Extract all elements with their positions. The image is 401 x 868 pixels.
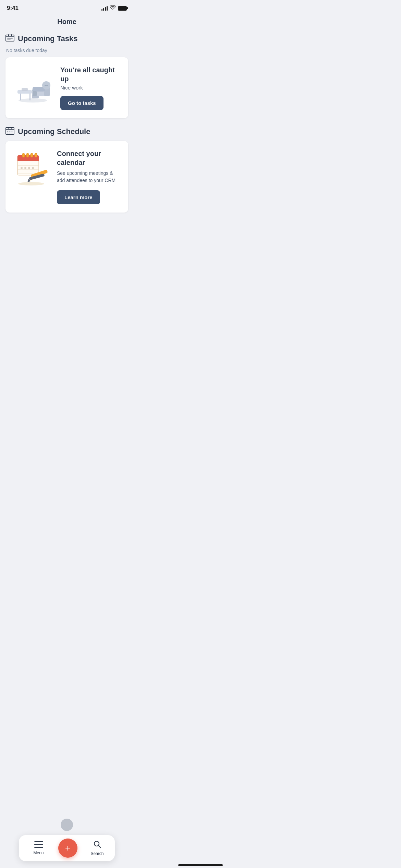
tasks-illustration	[12, 71, 53, 105]
svg-rect-3	[7, 38, 13, 39]
wifi-icon	[110, 5, 116, 11]
svg-point-21	[8, 131, 8, 132]
svg-point-23	[12, 131, 12, 132]
page-title: Home	[7, 18, 127, 26]
svg-point-41	[32, 167, 34, 169]
svg-rect-34	[35, 153, 37, 157]
svg-point-22	[10, 131, 10, 132]
status-bar: 9:41	[0, 0, 134, 14]
schedule-connect-heading: Connect your calendar	[57, 149, 121, 167]
schedule-section-header: Upcoming Schedule	[5, 126, 128, 137]
svg-point-15	[42, 81, 50, 89]
tasks-section-icon	[5, 34, 14, 44]
svg-rect-17	[32, 96, 39, 98]
tasks-caught-up-heading: You're all caught up	[60, 65, 121, 83]
learn-more-button[interactable]: Learn more	[57, 190, 100, 204]
go-to-tasks-button[interactable]: Go to tasks	[60, 96, 104, 110]
schedule-illustration	[12, 149, 50, 187]
svg-point-40	[28, 167, 30, 169]
svg-point-5	[19, 98, 47, 103]
schedule-card: Connect your calendar See upcoming meeti…	[5, 141, 128, 213]
svg-rect-20	[11, 127, 12, 129]
svg-point-27	[18, 182, 44, 185]
main-content: Upcoming Tasks No tasks due today	[0, 34, 134, 262]
svg-point-39	[24, 167, 26, 169]
schedule-text-content: Connect your calendar See upcoming meeti…	[57, 149, 121, 204]
page-header: Home	[0, 14, 134, 31]
signal-icon	[101, 6, 108, 11]
tasks-nice-work-text: Nice work	[60, 85, 121, 91]
svg-point-24	[8, 133, 8, 133]
svg-rect-31	[22, 153, 25, 157]
svg-point-26	[12, 133, 12, 133]
svg-rect-16	[33, 91, 37, 96]
tasks-card: You're all caught up Nice work Go to tas…	[5, 57, 128, 118]
svg-rect-7	[29, 93, 31, 100]
tasks-section-header: Upcoming Tasks	[5, 34, 128, 44]
schedule-description: See upcoming meetings & add attendees to…	[57, 170, 121, 184]
svg-rect-9	[22, 88, 28, 91]
svg-rect-1	[8, 34, 9, 36]
svg-rect-33	[31, 153, 33, 157]
schedule-section-icon	[5, 126, 14, 137]
status-time: 9:41	[7, 5, 19, 12]
svg-rect-6	[20, 93, 21, 100]
tasks-section-title: Upcoming Tasks	[18, 34, 77, 43]
battery-icon	[118, 6, 127, 11]
svg-rect-4	[7, 39, 11, 40]
svg-point-38	[21, 167, 23, 169]
svg-rect-2	[11, 34, 12, 36]
tasks-text-content: You're all caught up Nice work Go to tas…	[60, 65, 121, 110]
schedule-section-title: Upcoming Schedule	[18, 127, 90, 136]
tasks-section-subtitle: No tasks due today	[6, 48, 128, 53]
svg-point-25	[10, 133, 10, 133]
svg-rect-30	[17, 158, 39, 161]
status-icons	[101, 5, 127, 11]
svg-rect-19	[8, 127, 9, 129]
svg-rect-32	[26, 153, 29, 157]
